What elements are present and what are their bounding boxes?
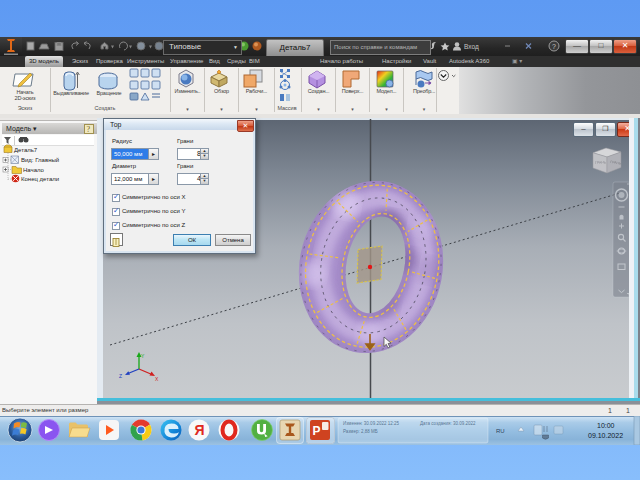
svg-text:09.10.2022: 09.10.2022 [588,432,623,439]
svg-text:Начало: Начало [23,167,45,173]
svg-text:Конец детали: Конец детали [21,176,59,182]
svg-text:?: ? [552,43,556,50]
svg-text:Деталь7: Деталь7 [14,147,38,153]
svg-text:P: P [313,424,321,438]
svg-text:Вид: Главный: Вид: Главный [21,157,59,163]
svg-text:Y: Y [141,353,145,359]
svg-text:?: ? [87,125,91,134]
svg-text:10:00: 10:00 [597,422,615,429]
svg-text:RU: RU [496,428,505,434]
svg-text:Размер: 2,88 МБ: Размер: 2,88 МБ [343,429,378,434]
svg-text:Дата создания: 30.09.2022: Дата создания: 30.09.2022 [420,421,476,426]
svg-text:ГРАНЬ: ГРАНЬ [595,160,607,165]
svg-text:Я: Я [195,422,205,438]
svg-text:X: X [155,376,159,382]
svg-text:Изменен: 30.09.2022 12:25: Изменен: 30.09.2022 12:25 [343,421,399,426]
svg-text:Вход: Вход [464,43,479,51]
svg-text:Z: Z [119,373,122,379]
